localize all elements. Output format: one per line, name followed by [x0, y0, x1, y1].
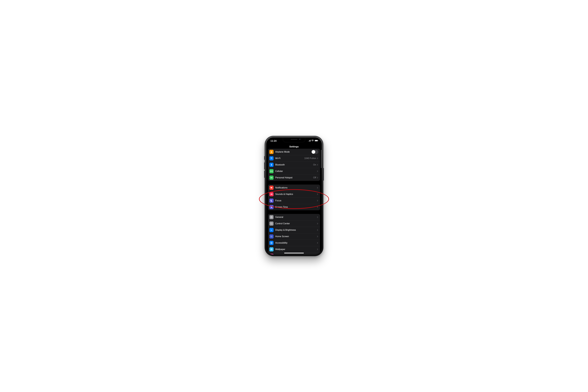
row-detail: Off	[313, 176, 316, 179]
svg-point-39	[271, 248, 272, 249]
sliders-icon	[269, 222, 274, 226]
row-wallpaper[interactable]: Wallpaper	[268, 246, 320, 252]
svg-text:A: A	[272, 230, 272, 231]
svg-point-37	[271, 242, 272, 242]
settings-group-connectivity: Airplane Mode Wi-Fi 1040 Fulton	[268, 149, 320, 181]
phone-frame: 11:24	[264, 136, 324, 256]
battery-icon	[314, 140, 318, 142]
airplane-toggle[interactable]	[311, 150, 318, 154]
bluetooth-icon	[269, 163, 274, 167]
svg-point-41	[270, 249, 271, 250]
status-time: 11:24	[270, 140, 276, 142]
svg-rect-32	[272, 236, 272, 237]
volume-up-button	[264, 162, 265, 170]
settings-scrollview[interactable]: Airplane Mode Wi-Fi 1040 Fulton	[266, 149, 322, 254]
phone-screen: 11:24	[266, 138, 322, 254]
row-accessibility[interactable]: Accessibility	[268, 240, 320, 246]
row-label: Display & Brightness	[275, 229, 317, 231]
svg-rect-29	[272, 236, 272, 236]
svg-rect-33	[270, 237, 271, 237]
accessibility-icon	[269, 241, 274, 245]
svg-point-38	[271, 249, 272, 250]
chevron-right-icon	[317, 206, 318, 208]
svg-rect-7	[318, 140, 318, 141]
row-home-screen[interactable]: Home Screen	[268, 233, 320, 240]
row-screen-time[interactable]: Screen Time	[268, 204, 320, 210]
volume-down-button	[264, 171, 265, 178]
speaker-icon	[269, 192, 274, 196]
row-airplane-mode[interactable]: Airplane Mode	[268, 149, 320, 155]
svg-rect-28	[271, 236, 272, 236]
svg-rect-2	[310, 140, 310, 142]
bell-icon	[269, 186, 274, 190]
row-label: General	[275, 216, 317, 218]
svg-point-11	[272, 187, 272, 188]
text-size-icon: AA	[269, 228, 274, 232]
home-indicator[interactable]	[284, 253, 304, 254]
row-label: Notifications	[275, 186, 317, 189]
row-general[interactable]: General	[268, 214, 320, 220]
chevron-right-icon	[317, 164, 318, 166]
row-label: Wi-Fi	[275, 157, 304, 160]
svg-point-24	[272, 224, 272, 224]
svg-point-8	[271, 158, 272, 159]
chevron-right-icon	[317, 229, 318, 231]
wallpaper-icon	[269, 247, 274, 252]
row-focus[interactable]: Focus	[268, 198, 320, 204]
svg-rect-0	[308, 141, 308, 142]
row-wifi[interactable]: Wi-Fi 1040 Fulton	[268, 155, 320, 162]
chevron-right-icon	[317, 157, 318, 159]
row-label: Focus	[275, 199, 317, 202]
svg-rect-3	[310, 140, 310, 142]
row-detail: On	[313, 164, 316, 166]
status-icons	[308, 140, 318, 142]
app-grid-icon	[269, 234, 274, 238]
svg-point-23	[271, 223, 271, 224]
stage: 11:24	[196, 129, 392, 263]
cellular-signal-icon	[308, 140, 310, 142]
svg-point-13	[271, 217, 272, 218]
scroll-indicator[interactable]	[321, 150, 322, 168]
row-cellular[interactable]: Cellular	[268, 168, 320, 174]
row-label: Screen Time	[275, 206, 317, 208]
row-label: Airplane Mode	[275, 151, 311, 153]
row-notifications[interactable]: Notifications	[268, 184, 320, 191]
svg-rect-22	[270, 223, 272, 224]
svg-point-40	[271, 250, 272, 250]
side-button	[323, 168, 324, 180]
antenna-icon	[269, 169, 274, 173]
row-detail: 1040 Fulton	[304, 157, 316, 160]
airplane-icon	[269, 150, 274, 154]
chevron-right-icon	[317, 177, 318, 179]
svg-point-9	[271, 171, 272, 172]
svg-rect-27	[270, 236, 271, 236]
row-personal-hotspot[interactable]: Personal Hotspot Off	[268, 174, 320, 181]
wifi-status-icon	[311, 140, 314, 142]
link-icon	[269, 176, 274, 180]
svg-point-4	[312, 141, 313, 142]
row-bluetooth[interactable]: Bluetooth On	[268, 162, 320, 168]
row-label: Control Center	[275, 222, 317, 225]
row-sounds-haptics[interactable]: Sounds & Haptics	[268, 191, 320, 198]
siri-icon	[269, 254, 274, 254]
settings-group-general: General Control Center AA	[268, 214, 320, 254]
settings-group-notifications: Notifications Sounds & Haptics	[268, 184, 320, 210]
front-camera	[299, 138, 301, 140]
hourglass-icon	[269, 205, 274, 209]
svg-point-46	[272, 250, 272, 250]
row-label: Home Screen	[275, 235, 317, 238]
svg-point-42	[272, 249, 272, 250]
notch	[283, 138, 305, 142]
svg-point-45	[271, 250, 271, 250]
row-control-center[interactable]: Control Center	[268, 220, 320, 227]
row-display-brightness[interactable]: AA Display & Brightness	[268, 227, 320, 233]
ringer-switch	[264, 156, 265, 160]
gear-icon	[269, 215, 274, 219]
wifi-icon	[269, 156, 274, 160]
chevron-right-icon	[317, 216, 318, 218]
chevron-right-icon	[317, 222, 318, 224]
moon-icon	[269, 198, 274, 203]
svg-point-43	[271, 249, 271, 249]
chevron-right-icon	[317, 193, 318, 195]
chevron-right-icon	[317, 200, 318, 202]
